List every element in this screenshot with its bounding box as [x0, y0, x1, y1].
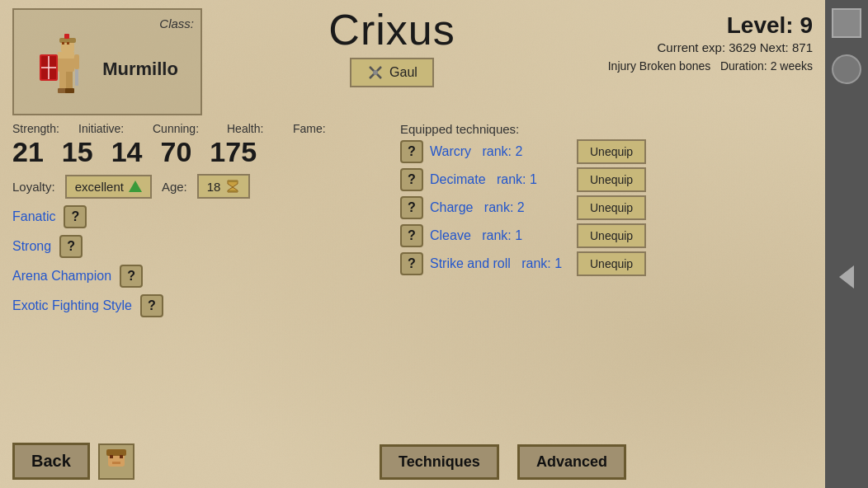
- strength-label: Strength:: [12, 122, 78, 135]
- duration-label: Duration:: [720, 59, 767, 73]
- right-info: Level: 9 Current exp: 3629 Next: 871 Inj…: [582, 8, 813, 73]
- unequip-btn-1[interactable]: Unequip: [577, 167, 646, 192]
- technique-name-1: Decimate rank: 1: [430, 172, 570, 187]
- loyalty-row: Loyalty: excellent Age: 18: [12, 174, 384, 199]
- unequip-btn-2[interactable]: Unequip: [577, 195, 646, 220]
- technique-name-2: Charge rank: 2: [430, 200, 570, 215]
- svg-rect-13: [62, 42, 64, 45]
- gladiator-sprite: [36, 34, 94, 104]
- portrait-row: Murmillo: [36, 34, 178, 104]
- lower-section: Strength: Initiative: Cunning: Health: F…: [12, 122, 813, 317]
- exp-next: 871: [792, 40, 813, 54]
- trait-row-0: Fanatic ?: [12, 205, 384, 228]
- technique-row-4: ? Strike and roll rank: 1 Unequip: [400, 251, 813, 276]
- initiative-value: 15: [62, 137, 93, 167]
- origin-label: Gaul: [389, 65, 417, 80]
- svg-rect-14: [67, 42, 69, 45]
- trait-row-2: Arena Champion ?: [12, 265, 384, 288]
- character-name: Crixus: [328, 8, 455, 51]
- svg-rect-12: [64, 34, 69, 39]
- exp-current: 3629: [729, 40, 756, 54]
- main-container: Class:: [0, 0, 825, 488]
- fame-value: 175: [210, 137, 257, 167]
- portrait-box: Class:: [12, 8, 202, 115]
- exp-display: Current exp: 3629 Next: 871: [582, 40, 813, 54]
- svg-rect-5: [58, 52, 74, 59]
- svg-rect-16: [75, 69, 78, 86]
- trait-row-1: Strong ?: [12, 235, 384, 258]
- origin-icon: [366, 63, 384, 82]
- trait-help-2[interactable]: ?: [120, 265, 143, 288]
- technique-name-3: Cleave rank: 1: [430, 228, 570, 243]
- strength-value: 21: [12, 137, 44, 167]
- initiative-label: Initiative:: [78, 122, 153, 135]
- age-value: 18: [207, 180, 221, 194]
- unequip-btn-3[interactable]: Unequip: [577, 223, 646, 248]
- trait-name-2[interactable]: Arena Champion: [12, 269, 111, 284]
- loyalty-label: Loyalty:: [12, 180, 55, 194]
- loyalty-up-arrow: [129, 181, 142, 192]
- traits-column: Fanatic ? Strong ? Arena Champion ? Exot…: [12, 205, 384, 317]
- technique-help-3[interactable]: ?: [400, 224, 423, 247]
- loyalty-value: excellent: [75, 180, 124, 194]
- technique-help-2[interactable]: ?: [400, 196, 423, 219]
- scrollbar-area: [825, 0, 868, 488]
- trait-help-3[interactable]: ?: [140, 294, 163, 317]
- svg-rect-15: [74, 54, 79, 69]
- exp-label: Current exp:: [658, 40, 726, 54]
- right-panel: Equipped techniques: ? Warcry rank: 2 Un…: [400, 122, 813, 317]
- age-badge: 18: [197, 174, 251, 199]
- loyalty-badge: excellent: [65, 175, 152, 199]
- technique-help-1[interactable]: ?: [400, 168, 423, 191]
- cunning-label: Cunning:: [153, 122, 227, 135]
- stats-values-row: 21 15 14 70 175: [12, 137, 384, 167]
- top-section: Class:: [12, 8, 813, 115]
- unequip-btn-4[interactable]: Unequip: [577, 251, 646, 276]
- trait-help-1[interactable]: ?: [59, 235, 83, 258]
- level-display: Level: 9: [582, 12, 813, 39]
- stats-labels-row: Strength: Initiative: Cunning: Health: F…: [12, 122, 384, 135]
- injury-display: Injury Broken bones Duration: 2 weeks: [582, 59, 813, 73]
- left-panel: Strength: Initiative: Cunning: Health: F…: [12, 122, 384, 317]
- svg-point-19: [373, 70, 378, 75]
- level-label: Level:: [727, 12, 794, 38]
- injury-type: Broken bones: [639, 59, 710, 73]
- trait-name-1[interactable]: Strong: [12, 239, 51, 254]
- svg-rect-21: [228, 181, 238, 182]
- svg-rect-7: [66, 72, 73, 90]
- trait-row-3: Exotic Fighting Style ?: [12, 294, 384, 317]
- class-name: Murmillo: [102, 59, 178, 80]
- technique-row-0: ? Warcry rank: 2 Unequip: [400, 139, 813, 164]
- svg-marker-20: [228, 181, 238, 192]
- unequip-btn-0[interactable]: Unequip: [577, 139, 646, 164]
- technique-row-3: ? Cleave rank: 1 Unequip: [400, 223, 813, 248]
- trait-name-0[interactable]: Fanatic: [12, 209, 55, 224]
- health-label: Health:: [227, 122, 293, 135]
- svg-rect-22: [228, 190, 238, 192]
- technique-name-0: Warcry rank: 2: [430, 144, 570, 159]
- technique-row-1: ? Decimate rank: 1 Unequip: [400, 167, 813, 192]
- exp-next-label: Next:: [760, 40, 789, 54]
- scroll-left-arrow[interactable]: [839, 265, 854, 289]
- svg-rect-9: [65, 88, 74, 93]
- technique-name-4: Strike and roll rank: 1: [430, 256, 570, 271]
- center-section: Crixus Gaul: [202, 8, 582, 87]
- techniques-label: Equipped techniques:: [400, 122, 813, 136]
- injury-label: Injury: [608, 59, 636, 73]
- cunning-value: 14: [111, 137, 143, 167]
- origin-button[interactable]: Gaul: [350, 58, 434, 87]
- level-value: 9: [800, 12, 813, 38]
- trait-help-0[interactable]: ?: [64, 205, 87, 228]
- age-label: Age:: [162, 180, 187, 194]
- technique-help-0[interactable]: ?: [400, 140, 423, 163]
- scroll-up-button[interactable]: [832, 8, 861, 38]
- technique-row-2: ? Charge rank: 2 Unequip: [400, 195, 813, 220]
- technique-help-4[interactable]: ?: [400, 252, 423, 275]
- duration-value: 2 weeks: [771, 59, 813, 73]
- health-value: 70: [160, 137, 191, 167]
- hourglass-icon: [225, 179, 240, 194]
- scroll-indicator: [832, 54, 861, 84]
- trait-name-3[interactable]: Exotic Fighting Style: [12, 298, 132, 313]
- svg-rect-6: [59, 72, 66, 90]
- fame-label: Fame:: [293, 122, 342, 135]
